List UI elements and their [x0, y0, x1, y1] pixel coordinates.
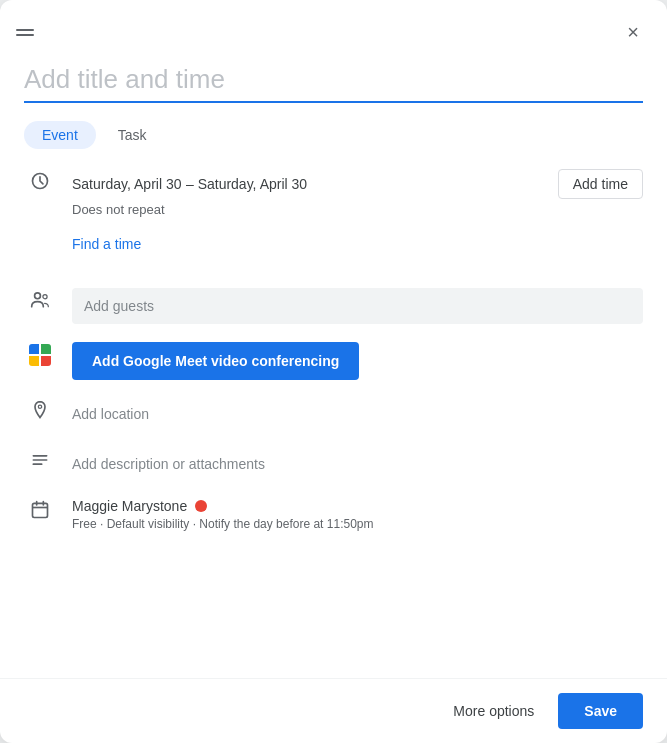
- date-end: Saturday, April 30: [198, 176, 307, 192]
- dialog-header: ×: [0, 0, 667, 56]
- location-content: Add location: [72, 398, 643, 430]
- drag-handle-icon: [16, 29, 34, 36]
- date-start: Saturday, April 30: [72, 176, 181, 192]
- find-time-section: Find a time: [72, 235, 643, 270]
- date-content: Saturday, April 30 – Saturday, April 30 …: [72, 169, 643, 217]
- tab-task[interactable]: Task: [100, 121, 165, 149]
- calendar-meta: Free · Default visibility · Notify the d…: [72, 517, 643, 531]
- svg-point-1: [35, 293, 41, 299]
- create-event-dialog: × Event Task Saturday, April 30: [0, 0, 667, 743]
- status-dot: [195, 500, 207, 512]
- meet-icon: [24, 342, 56, 366]
- close-icon: ×: [627, 21, 639, 44]
- tabs-row: Event Task: [24, 121, 643, 149]
- dialog-body: Event Task Saturday, April 30 – Saturday…: [0, 56, 667, 678]
- guests-section: [24, 288, 643, 324]
- add-time-button[interactable]: Add time: [558, 169, 643, 199]
- calendar-owner-name: Maggie Marystone: [72, 498, 187, 514]
- date-range: Saturday, April 30 – Saturday, April 30: [72, 175, 307, 193]
- calendar-icon: [24, 498, 56, 520]
- svg-point-2: [43, 295, 47, 299]
- find-time-link[interactable]: Find a time: [72, 236, 141, 252]
- calendar-content: Maggie Marystone Free · Default visibili…: [72, 498, 643, 531]
- meet-logo: [29, 344, 51, 366]
- description-content: Add description or attachments: [72, 448, 643, 480]
- dialog-footer: More options Save: [0, 678, 667, 743]
- svg-point-3: [38, 405, 41, 408]
- repeat-text: Does not repeat: [72, 202, 643, 217]
- svg-rect-7: [33, 503, 48, 517]
- description-placeholder[interactable]: Add description or attachments: [72, 448, 643, 480]
- meet-content: Add Google Meet video conferencing: [72, 342, 643, 380]
- add-meet-button[interactable]: Add Google Meet video conferencing: [72, 342, 359, 380]
- people-icon: [24, 288, 56, 310]
- save-button[interactable]: Save: [558, 693, 643, 729]
- tab-event[interactable]: Event: [24, 121, 96, 149]
- guests-input[interactable]: [72, 288, 643, 324]
- guests-content: [72, 288, 643, 324]
- location-placeholder[interactable]: Add location: [72, 398, 643, 430]
- close-button[interactable]: ×: [615, 14, 651, 50]
- calendar-name: Maggie Marystone: [72, 498, 643, 514]
- meet-section: Add Google Meet video conferencing: [24, 342, 643, 380]
- calendar-section: Maggie Marystone Free · Default visibili…: [24, 498, 643, 531]
- description-section: Add description or attachments: [24, 448, 643, 480]
- location-section: Add location: [24, 398, 643, 430]
- date-section: Saturday, April 30 – Saturday, April 30 …: [24, 169, 643, 217]
- title-input[interactable]: [24, 56, 643, 103]
- location-icon: [24, 398, 56, 420]
- more-options-button[interactable]: More options: [441, 695, 546, 727]
- clock-icon: [24, 169, 56, 191]
- description-icon: [24, 448, 56, 470]
- date-time-row: Saturday, April 30 – Saturday, April 30 …: [72, 169, 643, 199]
- date-separator: –: [186, 176, 198, 192]
